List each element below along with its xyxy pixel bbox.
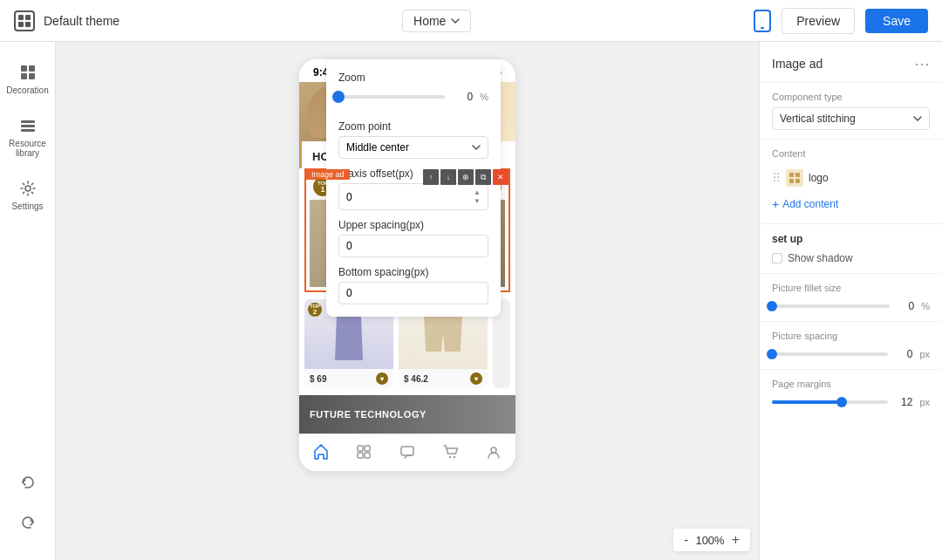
svg-rect-10 (21, 129, 35, 132)
svg-rect-29 (795, 173, 800, 177)
zoom-pct: % (480, 92, 488, 102)
fav-icon-1[interactable]: ♥ (376, 372, 388, 385)
x-offset-down[interactable]: ▼ (474, 197, 481, 205)
left-sidebar: Decoration Resource library Settings (0, 42, 56, 560)
toolbar-delete[interactable]: ✕ (493, 169, 509, 185)
nav-dropdown-label: Home (413, 14, 446, 28)
right-panel: Image ad ⋯ Component type Vertical stitc… (759, 42, 942, 560)
nav-chat[interactable] (395, 441, 420, 462)
undo-button[interactable] (3, 466, 52, 499)
toolbar-move[interactable]: ⊕ (458, 169, 474, 185)
nav-grid[interactable] (352, 441, 376, 462)
svg-rect-9 (21, 125, 35, 127)
topbar: Default theme Home Preview Save (0, 0, 942, 42)
component-type-value: Vertical stitching (780, 113, 856, 125)
drag-handle[interactable]: ⠿ (772, 171, 781, 185)
canvas-area: 9:41 Click (56, 42, 759, 560)
zoom-minus-btn[interactable]: - (684, 532, 688, 548)
app-title: Default theme (44, 14, 119, 28)
sidebar-item-resource[interactable]: Resource library (3, 109, 52, 165)
nav-home[interactable] (309, 441, 333, 462)
svg-point-26 (453, 456, 454, 458)
add-icon: + (772, 197, 779, 211)
phone-nav (299, 434, 515, 471)
redo-button[interactable] (3, 506, 52, 539)
nav-dropdown[interactable]: Home (402, 10, 471, 32)
svg-rect-6 (21, 73, 27, 79)
topbar-left: Default theme (14, 10, 119, 31)
picture-fillet-row: 0 % (772, 300, 930, 312)
svg-point-27 (491, 447, 496, 453)
svg-rect-7 (29, 73, 35, 79)
product-price-row-1: $ 69 ♥ (304, 369, 393, 388)
x-offset-up[interactable]: ▲ (474, 188, 481, 196)
zoom-plus-btn[interactable]: + (732, 532, 740, 548)
page-margins-row: 12 px (772, 396, 930, 408)
svg-rect-22 (358, 453, 363, 458)
right-panel-title: Image ad (772, 57, 823, 71)
add-content-button[interactable]: + Add content (772, 194, 930, 215)
nav-profile[interactable] (481, 441, 506, 462)
logo-preview (786, 169, 803, 187)
picture-spacing-row: 0 px (772, 348, 930, 360)
show-shadow-checkbox[interactable] (772, 253, 782, 263)
topbar-right: Preview Save (754, 8, 928, 34)
upper-spacing-value: 0 (346, 240, 352, 252)
component-type-dropdown[interactable]: Vertical stitching (772, 107, 930, 130)
x-offset-stepper[interactable]: ▲ ▼ (474, 188, 481, 205)
right-panel-header: Image ad ⋯ (760, 42, 942, 83)
page-margins-unit: px (919, 397, 930, 407)
svg-rect-8 (21, 120, 35, 123)
fav-icon-2[interactable]: ♥ (470, 372, 482, 385)
svg-rect-28 (789, 173, 794, 177)
add-content-label: Add content (782, 198, 838, 210)
content-section: Content ⠿ logo + Add content (760, 140, 942, 224)
zoom-point-value: Middle center (346, 141, 409, 154)
preview-button[interactable]: Preview (782, 8, 855, 34)
zoom-panel: Zoom 0 % Zoom point Middle center X axis… (326, 59, 501, 317)
upper-spacing-input[interactable]: 0 (338, 235, 488, 257)
upper-spacing-label: Upper spacing(px) (338, 219, 488, 231)
setup-section: set up Show shadow (760, 224, 942, 274)
app-logo[interactable] (14, 10, 35, 31)
picture-fillet-slider[interactable] (772, 304, 890, 308)
toolbar-down[interactable]: ↓ (440, 169, 456, 185)
undo-icon (18, 473, 38, 492)
content-logo-item: ⠿ logo (772, 166, 930, 190)
zoom-value: 0 (452, 91, 473, 103)
topbar-center: Home (402, 10, 471, 32)
picture-fillet-label: Picture fillet size (772, 283, 930, 293)
toolbar-copy[interactable]: ⧉ (475, 169, 491, 185)
picture-spacing-label: Picture spacing (772, 331, 930, 341)
product-rank-1: TOP2 (308, 303, 322, 317)
picture-fillet-knob[interactable] (767, 301, 777, 311)
mobile-view-icon[interactable] (754, 10, 771, 32)
x-offset-input[interactable]: 0 ▲ ▼ (338, 183, 488, 210)
main-area: Decoration Resource library Settings (0, 42, 942, 560)
zoom-bar: - 100% + (673, 529, 750, 551)
toolbar-up[interactable]: ↑ (423, 169, 439, 185)
picture-fillet-value: 0 (897, 300, 914, 312)
nav-cart[interactable] (439, 441, 463, 462)
bottom-spacing-label: Bottom spacing(px) (338, 266, 488, 278)
zoom-slider[interactable] (338, 95, 445, 99)
show-shadow-row: Show shadow (772, 252, 930, 264)
zoom-point-dropdown[interactable]: Middle center (338, 136, 488, 159)
sidebar-item-settings[interactable]: Settings (3, 172, 52, 218)
setup-title: set up (772, 233, 930, 245)
save-button[interactable]: Save (865, 9, 928, 33)
decoration-icon (18, 63, 38, 82)
sidebar-item-decoration[interactable]: Decoration (3, 56, 52, 102)
bottom-spacing-input[interactable]: 0 (338, 282, 488, 304)
picture-spacing-slider[interactable] (772, 352, 888, 356)
picture-fillet-unit: % (921, 301, 930, 311)
future-title: FUTURE TECHNOLOGY (310, 409, 427, 420)
page-margins-slider[interactable] (772, 400, 888, 404)
image-ad-label: Image ad (306, 169, 350, 180)
more-options-btn[interactable]: ⋯ (914, 54, 930, 73)
show-shadow-label: Show shadow (788, 252, 853, 264)
picture-spacing-knob[interactable] (767, 349, 777, 359)
page-margins-knob[interactable] (836, 397, 847, 407)
page-margins-value: 12 (895, 396, 912, 408)
component-type-section: Component type Vertical stitching (760, 83, 942, 140)
